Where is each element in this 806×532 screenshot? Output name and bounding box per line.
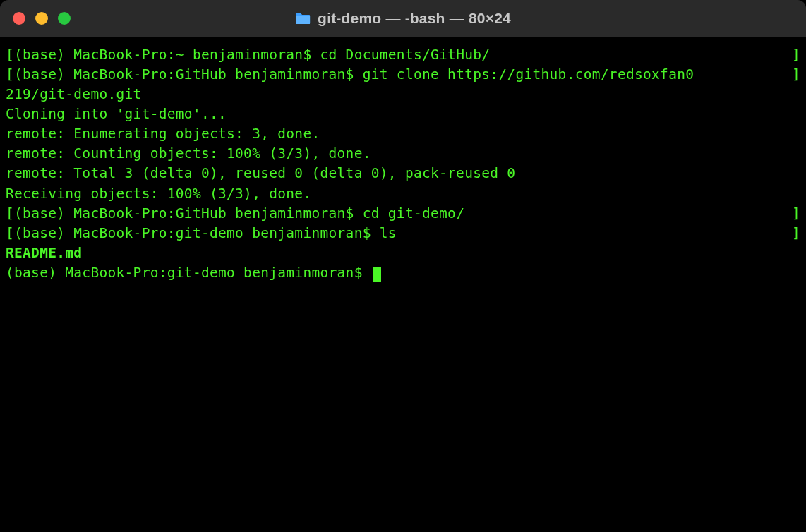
- prompt: (base) MacBook-Pro:~ benjaminmoran$: [14, 47, 320, 63]
- terminal-body[interactable]: [(base) MacBook-Pro:~ benjaminmoran$ cd …: [0, 37, 806, 532]
- command-continuation: 219/git-demo.git: [6, 86, 142, 102]
- terminal-window: git-demo — -bash — 80×24 [(base) MacBook…: [0, 0, 806, 532]
- output: remote: Total 3 (delta 0), reused 0 (del…: [6, 165, 515, 181]
- cursor: [373, 267, 381, 282]
- output: README.md: [6, 245, 82, 261]
- command: git clone https://github.com/redsoxfan0: [363, 66, 694, 83]
- terminal-line: [(base) MacBook-Pro:GitHub benjaminmoran…: [6, 65, 800, 85]
- right-bracket: ]: [792, 204, 800, 224]
- titlebar: git-demo — -bash — 80×24: [0, 0, 806, 37]
- left-bracket: [: [6, 205, 14, 222]
- command: ls: [380, 225, 397, 241]
- traffic-lights: [13, 12, 71, 25]
- prompt: (base) MacBook-Pro:git-demo benjaminmora…: [14, 225, 380, 241]
- terminal-line: remote: Total 3 (delta 0), reused 0 (del…: [6, 164, 800, 183]
- maximize-button[interactable]: [58, 12, 71, 25]
- command: cd git-demo/: [363, 205, 464, 222]
- terminal-line: (base) MacBook-Pro:git-demo benjaminmora…: [6, 263, 800, 283]
- terminal-line: README.md: [6, 243, 800, 263]
- left-bracket: [: [6, 66, 14, 83]
- terminal-line: [(base) MacBook-Pro:~ benjaminmoran$ cd …: [6, 45, 800, 65]
- terminal-line: Receiving objects: 100% (3/3), done.: [6, 184, 800, 204]
- window-title: git-demo — -bash — 80×24: [318, 10, 511, 27]
- output: Receiving objects: 100% (3/3), done.: [6, 186, 311, 202]
- right-bracket: ]: [792, 65, 800, 85]
- right-bracket: ]: [792, 45, 800, 65]
- prompt: (base) MacBook-Pro:git-demo benjaminmora…: [6, 265, 371, 281]
- right-bracket: ]: [792, 224, 800, 243]
- output: remote: Enumerating objects: 3, done.: [6, 126, 320, 142]
- left-bracket: [: [6, 225, 14, 241]
- output: Cloning into 'git-demo'...: [6, 106, 227, 122]
- terminal-line: remote: Counting objects: 100% (3/3), do…: [6, 144, 800, 164]
- folder-icon: [295, 12, 311, 25]
- left-bracket: [: [6, 47, 14, 63]
- terminal-line: [(base) MacBook-Pro:GitHub benjaminmoran…: [6, 204, 800, 224]
- window-title-wrap: git-demo — -bash — 80×24: [295, 10, 511, 27]
- prompt: (base) MacBook-Pro:GitHub benjaminmoran$: [14, 66, 363, 83]
- command: cd Documents/GitHub/: [320, 47, 491, 63]
- terminal-line: remote: Enumerating objects: 3, done.: [6, 124, 800, 144]
- prompt: (base) MacBook-Pro:GitHub benjaminmoran$: [14, 205, 363, 222]
- minimize-button[interactable]: [35, 12, 48, 25]
- terminal-line: [(base) MacBook-Pro:git-demo benjaminmor…: [6, 224, 800, 243]
- output: remote: Counting objects: 100% (3/3), do…: [6, 145, 371, 162]
- terminal-line: Cloning into 'git-demo'...: [6, 104, 800, 124]
- close-button[interactable]: [13, 12, 25, 25]
- terminal-line: 219/git-demo.git: [6, 85, 800, 104]
